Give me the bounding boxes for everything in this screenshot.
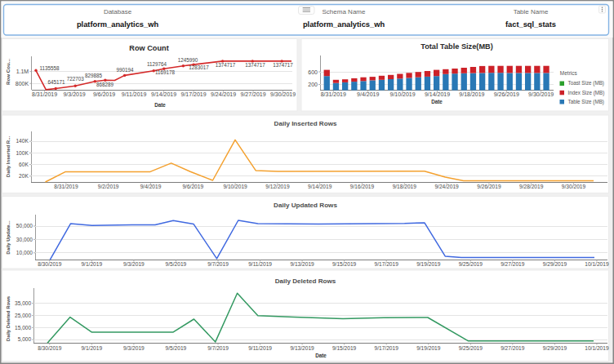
svg-text:Table Size (MB): Table Size (MB) bbox=[568, 99, 604, 105]
svg-text:Total Table Size(MB): Total Table Size(MB) bbox=[420, 42, 492, 51]
svg-text:15,000: 15,000 bbox=[15, 325, 32, 331]
svg-text:9/1/2019: 9/1/2019 bbox=[81, 261, 102, 267]
svg-text:100K: 100K bbox=[16, 150, 29, 156]
svg-text:9/17/2019: 9/17/2019 bbox=[375, 261, 399, 267]
svg-text:9/19/2019: 9/19/2019 bbox=[416, 261, 441, 267]
svg-text:9/16/2019: 9/16/2019 bbox=[350, 184, 375, 189]
svg-text:9/6/2019: 9/6/2019 bbox=[182, 184, 203, 189]
svg-text:9/27/2019: 9/27/2019 bbox=[241, 91, 266, 97]
svg-text:60K: 60K bbox=[19, 162, 29, 167]
svg-text:829885: 829885 bbox=[85, 73, 103, 78]
svg-text:9/19/2019: 9/19/2019 bbox=[416, 345, 441, 351]
svg-text:Index Size (MB): Index Size (MB) bbox=[568, 90, 605, 96]
svg-text:fact_sql_stats: fact_sql_stats bbox=[505, 20, 556, 29]
svg-text:645171: 645171 bbox=[47, 79, 65, 85]
svg-text:platform_analytics_wh: platform_analytics_wh bbox=[303, 20, 385, 29]
svg-text:8/31/2019: 8/31/2019 bbox=[321, 91, 346, 97]
svg-text:9/3/2019: 9/3/2019 bbox=[63, 91, 85, 97]
svg-text:10/1/2019: 10/1/2019 bbox=[585, 345, 609, 351]
svg-text:9/24/2019: 9/24/2019 bbox=[434, 184, 459, 189]
svg-text:9/12/2019: 9/12/2019 bbox=[265, 184, 290, 189]
svg-text:Daily Deleted Rows: Daily Deleted Rows bbox=[275, 277, 336, 285]
svg-text:9/10/2019: 9/10/2019 bbox=[223, 184, 247, 189]
svg-text:Date: Date bbox=[315, 353, 327, 358]
svg-text:9/5/2019: 9/5/2019 bbox=[166, 345, 187, 351]
svg-text:Daily Updated Rows: Daily Updated Rows bbox=[274, 202, 337, 209]
svg-text:9/4/2019: 9/4/2019 bbox=[140, 184, 162, 189]
svg-text:30,000: 30,000 bbox=[16, 237, 33, 242]
svg-text:1.1M: 1.1M bbox=[16, 69, 29, 74]
svg-text:600: 600 bbox=[308, 69, 318, 75]
svg-text:Date: Date bbox=[431, 99, 443, 104]
svg-text:9/24/2019: 9/24/2019 bbox=[211, 91, 236, 97]
svg-text:9/4/2019: 9/4/2019 bbox=[357, 91, 379, 97]
svg-text:Row Cou...: Row Cou... bbox=[5, 59, 11, 85]
svg-text:8/31/2019: 8/31/2019 bbox=[54, 184, 78, 189]
svg-text:1135558: 1135558 bbox=[40, 65, 60, 71]
svg-text:1283017: 1283017 bbox=[189, 64, 209, 70]
svg-text:9/6/2019: 9/6/2019 bbox=[93, 91, 115, 97]
svg-text:35,000: 35,000 bbox=[15, 300, 32, 306]
svg-text:10,000: 10,000 bbox=[16, 250, 33, 255]
svg-text:140K: 140K bbox=[16, 138, 29, 144]
svg-text:5,000: 5,000 bbox=[18, 336, 32, 342]
svg-text:1374717: 1374717 bbox=[245, 62, 265, 68]
svg-text:9/5/2019: 9/5/2019 bbox=[166, 261, 187, 267]
svg-text:Date: Date bbox=[154, 102, 166, 108]
svg-text:722703: 722703 bbox=[67, 76, 85, 82]
svg-text:50,000: 50,000 bbox=[16, 223, 33, 229]
svg-text:8/30/2019: 8/30/2019 bbox=[38, 345, 62, 351]
svg-text:Daily Inserted R...: Daily Inserted R... bbox=[6, 135, 11, 177]
svg-text:9/11/2019: 9/11/2019 bbox=[248, 261, 272, 267]
svg-text:9/25/2019: 9/25/2019 bbox=[459, 261, 483, 267]
svg-text:9/1/2019: 9/1/2019 bbox=[81, 345, 102, 351]
svg-text:Database: Database bbox=[104, 8, 132, 16]
svg-text:9/15/2019: 9/15/2019 bbox=[332, 345, 357, 351]
svg-text:9/7/2019: 9/7/2019 bbox=[207, 345, 229, 351]
svg-text:9/2/2019: 9/2/2019 bbox=[98, 184, 119, 189]
svg-text:800K: 800K bbox=[16, 81, 29, 87]
svg-text:9/28/2019: 9/28/2019 bbox=[519, 184, 544, 189]
svg-text:9/30/2019: 9/30/2019 bbox=[270, 91, 296, 97]
svg-text:990194: 990194 bbox=[116, 67, 134, 73]
svg-text:9/14/2019: 9/14/2019 bbox=[425, 91, 450, 97]
svg-text:9/15/2019: 9/15/2019 bbox=[332, 261, 357, 267]
svg-text:9/25/2019: 9/25/2019 bbox=[459, 345, 483, 351]
svg-text:Schema Name: Schema Name bbox=[323, 8, 366, 16]
svg-text:9/14/2019: 9/14/2019 bbox=[151, 91, 176, 97]
svg-text:Toast Size (MB): Toast Size (MB) bbox=[568, 80, 604, 87]
svg-text:9/30/2019: 9/30/2019 bbox=[528, 91, 554, 97]
svg-text:9/29/2019: 9/29/2019 bbox=[543, 261, 567, 267]
svg-text:9/10/2019: 9/10/2019 bbox=[390, 91, 416, 97]
svg-text:9/14/2019: 9/14/2019 bbox=[308, 184, 332, 189]
svg-text:Table Name: Table Name bbox=[514, 8, 549, 16]
svg-text:9/17/2019: 9/17/2019 bbox=[375, 345, 399, 351]
svg-text:9/30/2019: 9/30/2019 bbox=[562, 184, 586, 189]
svg-text:9/29/2019: 9/29/2019 bbox=[543, 345, 567, 351]
svg-text:9/18/2019: 9/18/2019 bbox=[459, 91, 484, 97]
svg-text:9/27/2019: 9/27/2019 bbox=[501, 261, 525, 267]
svg-text:9/26/2019: 9/26/2019 bbox=[494, 91, 519, 97]
svg-text:9/7/2019: 9/7/2019 bbox=[207, 261, 229, 267]
svg-text:1245990: 1245990 bbox=[178, 57, 198, 63]
svg-text:Row Count: Row Count bbox=[129, 44, 168, 52]
svg-text:platform_analytics_wh: platform_analytics_wh bbox=[77, 20, 159, 29]
svg-text:25,000: 25,000 bbox=[15, 313, 32, 318]
svg-text:8/31/2019: 8/31/2019 bbox=[32, 91, 57, 97]
svg-text:868289: 868289 bbox=[96, 82, 114, 87]
svg-text:200: 200 bbox=[308, 82, 318, 87]
svg-text:9/11/2019: 9/11/2019 bbox=[122, 91, 147, 97]
svg-text:Metrics: Metrics bbox=[560, 70, 578, 76]
svg-text:9/17/2019: 9/17/2019 bbox=[181, 91, 207, 97]
svg-text:Daily Update...: Daily Update... bbox=[6, 220, 11, 255]
svg-text:9/11/2019: 9/11/2019 bbox=[248, 345, 272, 351]
svg-text:Daily Deleted Rows: Daily Deleted Rows bbox=[6, 295, 11, 341]
svg-text:9/3/2019: 9/3/2019 bbox=[123, 345, 145, 351]
svg-text:20K: 20K bbox=[19, 173, 29, 179]
svg-text:Daily Inserted Rows: Daily Inserted Rows bbox=[274, 120, 337, 127]
svg-text:9/18/2019: 9/18/2019 bbox=[393, 184, 417, 189]
svg-text:10/1/2019: 10/1/2019 bbox=[585, 261, 609, 267]
svg-text:8/30/2019: 8/30/2019 bbox=[38, 261, 62, 267]
svg-text:9/13/2019: 9/13/2019 bbox=[290, 261, 314, 267]
svg-text:9/3/2019: 9/3/2019 bbox=[123, 261, 145, 267]
